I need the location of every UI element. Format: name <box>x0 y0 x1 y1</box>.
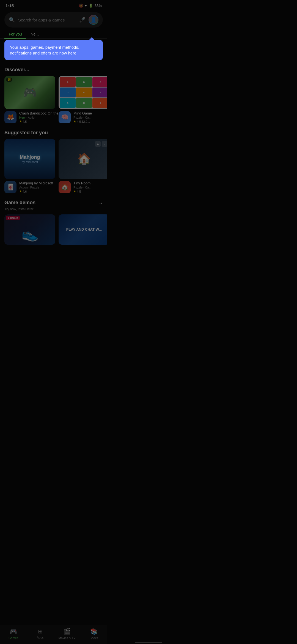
app-card-crash[interactable]: 35 🦊 Crash Bandicoot: On the ... New · A… <box>4 76 55 123</box>
discover-title: Discover... <box>0 67 107 76</box>
suggested-section: Suggested for you Mahjong by Microsoft 🀄… <box>0 125 107 195</box>
mic-icon[interactable]: 🎤 <box>79 17 85 23</box>
mind-cell-3: C <box>92 77 107 87</box>
app-card-tiny-room[interactable]: ◈ ? 🏠 🏠 Tiny Room... <box>59 139 107 193</box>
mahjong-rating-value: 4.6 <box>23 190 27 193</box>
tiny-room-rating-value: 4.5 <box>77 190 81 193</box>
search-bar[interactable]: 🔍 Search for apps & games 🎤 👤 <box>4 12 103 28</box>
avatar-face: 👤 <box>90 17 97 23</box>
mind-cell-4: D <box>60 88 76 97</box>
mahjong-image-sub: by Microsoft <box>22 160 38 163</box>
tooltip-container: For you Ne... Your apps, games, payment … <box>0 30 107 60</box>
mind-cell-9: I <box>92 98 107 108</box>
tiny-room-sub: Puzzle · Ca... <box>73 186 107 189</box>
tiny-icon-1: ◈ <box>95 141 101 147</box>
tiny-room-icons: ◈ ? <box>95 141 107 147</box>
demo-cards-scroll[interactable]: ● Games PLAY AND CHAT W... <box>0 214 107 245</box>
mind-name: Mind Game <box>73 111 107 115</box>
game-demos-section: Game demos → Try now, install later ● Ga… <box>0 195 107 247</box>
game-demos-arrow[interactable]: → <box>98 200 103 206</box>
mind-cell-5: E <box>76 88 92 97</box>
suggested-cards-scroll[interactable]: Mahjong by Microsoft 🀄 Mahjong by Micros… <box>0 139 107 193</box>
mind-cell-1: A <box>60 77 76 87</box>
content-area: Discover... 35 🦊 Crash Bandicoot: On the… <box>0 62 107 269</box>
tiny-room-card-image: ◈ ? 🏠 <box>59 139 107 179</box>
tiny-room-emoji: 🏠 <box>77 152 91 165</box>
mahjong-name: Mahjong by Microsoft <box>19 181 55 185</box>
crash-game-image: 35 <box>4 76 55 109</box>
mind-cell-2: B <box>76 77 92 87</box>
crash-rating: ★ 4.5 <box>19 120 62 123</box>
tiny-room-icon: 🏠 <box>59 181 71 193</box>
search-placeholder[interactable]: Search for apps & games <box>18 18 76 22</box>
discover-section: Discover... 35 🦊 Crash Bandicoot: On the… <box>0 62 107 125</box>
demo-card-2-text: PLAY AND CHAT W... <box>66 227 102 232</box>
game-demos-header-text: Game demos <box>4 200 35 206</box>
crash-rating-value: 4.5 <box>23 120 27 123</box>
status-time: 1:15 <box>6 3 14 8</box>
crash-app-info: 🦊 Crash Bandicoot: On the ... New · Acti… <box>4 111 55 123</box>
crash-name: Crash Bandicoot: On the ... <box>19 111 62 115</box>
app-card-mind[interactable]: A B C D E F G H I 🧠 <box>59 76 107 123</box>
mind-text: Mind Game Puzzle · Ca... ★ 4.5 $2.9... <box>73 111 107 123</box>
battery-icon: 🔋 <box>89 4 93 8</box>
mahjong-rating: ★ 4.6 <box>19 190 55 193</box>
mind-star: ★ <box>73 120 76 123</box>
mahjong-app-info: 🀄 Mahjong by Microsoft Action · Puzzle ★… <box>4 181 55 193</box>
game-demos-title: Game demos <box>4 200 35 206</box>
crash-card-image: 35 <box>4 76 55 109</box>
search-icon: 🔍 <box>9 17 15 23</box>
crash-new-badge: New <box>19 116 26 119</box>
mind-price: $2.9... <box>81 120 90 123</box>
wifi-icon: ▾ <box>85 4 87 8</box>
tiny-room-game-image: ◈ ? 🏠 <box>59 139 107 179</box>
mind-cell-8: H <box>76 98 92 108</box>
mind-rating: ★ 4.5 $2.9... <box>73 120 107 123</box>
mahjong-star: ★ <box>19 190 22 193</box>
mahjong-sub: Action · Puzzle <box>19 186 55 189</box>
avatar: 👤 <box>89 15 98 24</box>
tab-for-you[interactable]: For you <box>4 30 26 39</box>
demo-card-2[interactable]: PLAY AND CHAT W... <box>59 214 107 245</box>
tiny-room-star: ★ <box>73 190 76 193</box>
tab-new[interactable]: Ne... <box>26 30 43 39</box>
tooltip-bubble: Your apps, games, payment methods, notif… <box>4 40 103 60</box>
avatar-wrap[interactable]: 👤 <box>89 15 98 25</box>
mind-cell-6: F <box>92 88 107 97</box>
tiny-room-content: ◈ ? 🏠 <box>59 139 107 179</box>
tiny-icon-2: ? <box>102 141 107 147</box>
mahjong-icon: 🀄 <box>4 181 16 193</box>
battery-percent: 83% <box>95 4 102 8</box>
tiny-room-text: Tiny Room... Puzzle · Ca... ★ 4.5 <box>73 181 107 193</box>
app-card-mahjong[interactable]: Mahjong by Microsoft 🀄 Mahjong by Micros… <box>4 139 55 193</box>
crash-icon: 🦊 <box>4 111 16 123</box>
mind-card-image: A B C D E F G H I <box>59 76 107 109</box>
demo-label-1: ● Games <box>6 216 20 220</box>
suggested-title: Suggested for you <box>0 130 107 139</box>
game-demos-subtitle: Try now, install later <box>0 207 107 214</box>
crash-badge: 35 <box>6 78 12 82</box>
tiny-room-name: Tiny Room... <box>73 181 107 185</box>
mind-rating-value: 4.5 <box>77 120 81 123</box>
mind-app-info: 🧠 Mind Game Puzzle · Ca... ★ 4.5 $2.9... <box>59 111 107 123</box>
mahjong-image-title: Mahjong <box>20 154 40 160</box>
mind-icon: 🧠 <box>59 111 71 123</box>
game-demos-header: Game demos → <box>0 200 107 207</box>
mahjong-text: Mahjong by Microsoft Action · Puzzle ★ 4… <box>19 181 55 193</box>
mahjong-card-image: Mahjong by Microsoft <box>4 139 55 179</box>
mind-sub: Puzzle · Ca... <box>73 116 107 119</box>
status-icons: 🔕 ▾ 🔋 83% <box>79 4 102 8</box>
crash-category-text: Action <box>28 116 36 119</box>
discover-cards-scroll[interactable]: 35 🦊 Crash Bandicoot: On the ... New · A… <box>0 76 107 123</box>
crash-sub: New · Action <box>19 116 62 119</box>
status-bar: 1:15 🔕 ▾ 🔋 83% <box>0 0 107 10</box>
mahjong-game-image: Mahjong by Microsoft <box>4 139 55 179</box>
tooltip-overlay[interactable]: Your apps, games, payment methods, notif… <box>4 40 103 60</box>
tiny-room-app-info: 🏠 Tiny Room... Puzzle · Ca... ★ 4.5 <box>59 181 107 193</box>
crash-text: Crash Bandicoot: On the ... New · Action… <box>19 111 62 123</box>
crash-star: ★ <box>19 120 22 123</box>
mind-game-image: A B C D E F G H I <box>59 76 107 109</box>
mind-cell-7: G <box>60 98 76 108</box>
demo-card-1[interactable]: ● Games <box>4 214 55 245</box>
tooltip-message: Your apps, games, payment methods, notif… <box>10 45 79 55</box>
